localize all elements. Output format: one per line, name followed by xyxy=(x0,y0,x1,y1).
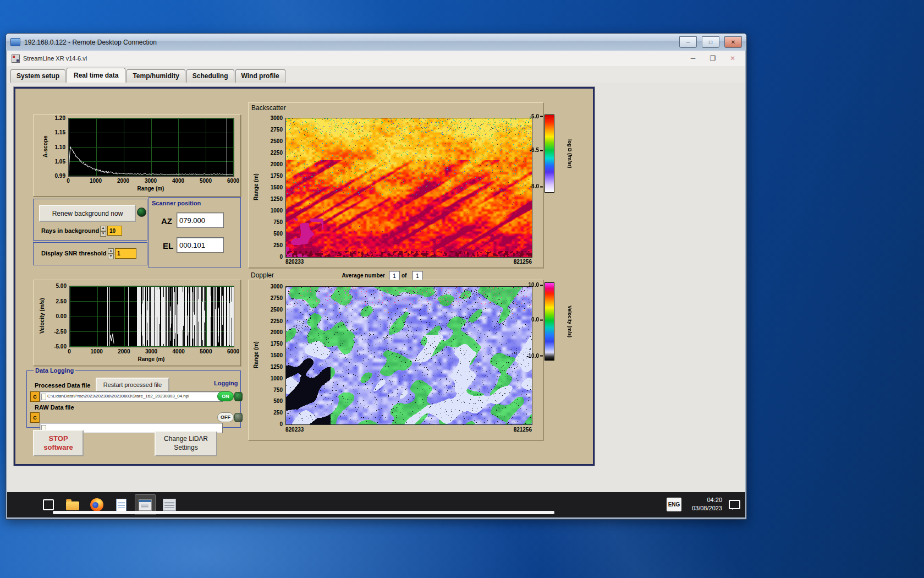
processed-path-field[interactable]: C:\Lidar\Data\Proc\2023\202308\20230803\… xyxy=(40,391,223,402)
data-logging-box: Data Logging Processed Data file Restart… xyxy=(26,370,241,428)
tick-label: 2750 xyxy=(271,295,283,301)
rdp-minimize-button[interactable]: ─ xyxy=(679,36,697,48)
tab-temp-humidity[interactable]: Temp/humidity xyxy=(127,69,185,83)
tick-label: 1000 xyxy=(91,348,103,355)
doppler-title: Doppler xyxy=(251,271,274,279)
renew-background-button[interactable]: Renew background now xyxy=(39,205,136,222)
az-value-field[interactable]: 079.000 xyxy=(177,212,224,228)
average-of-label: of xyxy=(402,272,406,279)
backscatter-heatmap xyxy=(285,118,532,258)
vi-window-icon xyxy=(12,54,20,63)
tick-label: 3000 xyxy=(145,178,157,184)
desktop: { "rdp_window": { "title": "192.168.0.12… xyxy=(0,0,924,578)
tab-real-time-data[interactable]: Real time data xyxy=(67,68,125,83)
raw-toggle-knob[interactable] xyxy=(234,413,243,422)
backscatter-y-ticks: 3000275025002250200017501500125010007505… xyxy=(263,118,284,257)
processed-toggle-knob[interactable] xyxy=(234,392,243,401)
doppler-y-ticks: 3000275025002250200017501500125010007505… xyxy=(263,286,284,424)
task-view-icon xyxy=(43,499,54,510)
action-center-icon[interactable] xyxy=(729,500,740,509)
tick-label: 250 xyxy=(273,410,283,416)
processed-logging-toggle[interactable]: ON xyxy=(217,391,243,401)
rdp-window-icon xyxy=(10,38,20,46)
rdp-client-area: StreamLine XR v14-6.vi ─ ❐ ✕ System setu… xyxy=(7,51,745,517)
tick-label: 1250 xyxy=(271,196,283,202)
app-minimize-button[interactable]: ─ xyxy=(685,53,701,64)
tick-label: 5000 xyxy=(200,348,212,355)
tick-label: 250 xyxy=(273,242,283,248)
rays-value-field[interactable]: 10 xyxy=(107,226,122,236)
app-window-title: StreamLine XR v14-6.vi xyxy=(23,55,681,62)
el-value-field[interactable]: 000.101 xyxy=(177,237,224,253)
doppler-colorbar: 10.00.0-10.0 Velocity (m/s) xyxy=(524,281,586,362)
restart-processed-file-button[interactable]: Restart processed file xyxy=(96,378,169,392)
tick-label: 3000 xyxy=(271,115,283,121)
snr-spinner[interactable]: ▲▼ xyxy=(108,248,114,259)
processed-data-file-label: Processed Data file xyxy=(35,382,91,389)
tick-label: 0.99 xyxy=(55,173,65,179)
doppler-heatmap xyxy=(285,286,532,425)
rays-spinner[interactable]: ▲▼ xyxy=(100,226,106,237)
change-button-line2: Settings xyxy=(174,444,197,452)
app-titlebar[interactable]: StreamLine XR v14-6.vi ─ ❐ ✕ xyxy=(7,51,745,67)
stop-software-button[interactable]: STOP software xyxy=(33,430,84,456)
tick-label: 2500 xyxy=(271,138,283,144)
ascope-plot xyxy=(68,118,234,177)
backscatter-colorbar: -5.0-6.5-8.0 log B (/m/sr) xyxy=(524,113,586,194)
snr-value-field[interactable]: 1 xyxy=(115,248,136,259)
logging-label: Logging xyxy=(214,380,238,386)
taskbar-time: 04:20 xyxy=(686,496,722,504)
velocity-x-ticks: 0100020003000400050006000 xyxy=(69,348,233,355)
tab-system-setup[interactable]: System setup xyxy=(10,69,65,83)
tick-label: 750 xyxy=(273,386,283,392)
app-close-button[interactable]: ✕ xyxy=(724,53,741,64)
backscatter-plot-box: Backscatter Range (m) 300027502500225020… xyxy=(248,102,543,268)
change-button-line1: Change LiDAR xyxy=(164,435,208,444)
tick-label: 2250 xyxy=(271,150,283,156)
raw-logging-toggle[interactable]: OFF xyxy=(217,412,243,422)
raw-drive-button[interactable]: C xyxy=(30,412,40,423)
spin-up-icon[interactable]: ▲ xyxy=(100,226,106,231)
spin-up-icon[interactable]: ▲ xyxy=(108,248,114,254)
tick-label: 0 xyxy=(279,421,283,427)
tab-strip: System setup Real time data Temp/humidit… xyxy=(7,66,745,83)
taskbar-clock[interactable]: 04:20 03/08/2023 xyxy=(686,496,722,512)
tab-wind-profile[interactable]: Wind profile xyxy=(235,69,285,83)
scanner-position-box: Scanner position AZ 079.000 EL 000.101 xyxy=(148,197,241,268)
tick-label: 5.00 xyxy=(56,283,67,289)
tick-label: 0 xyxy=(279,254,283,260)
raw-off-badge: OFF xyxy=(217,412,234,422)
snr-threshold-box: Display SNR threshold ▲▼ 1 xyxy=(33,242,147,265)
tick-label: 500 xyxy=(273,231,283,237)
folder-icon xyxy=(66,501,79,510)
rdp-window-title: 192.168.0.122 - Remote Desktop Connectio… xyxy=(24,39,674,46)
az-label: AZ xyxy=(161,216,172,226)
ascope-y-ticks: 1.201.151.101.050.99 xyxy=(49,118,67,176)
tab-scheduling[interactable]: Scheduling xyxy=(186,69,234,83)
scan-scheduler-icon xyxy=(163,499,176,511)
tick-label: 1250 xyxy=(271,363,283,369)
tick-label: 1500 xyxy=(271,352,283,358)
tick-label: 2000 xyxy=(117,178,129,184)
processed-on-badge: ON xyxy=(217,391,234,401)
velocity-y-ticks: 5.002.500.00-2.50-5.00 xyxy=(48,286,68,346)
language-indicator[interactable]: ENG xyxy=(667,498,681,511)
ascope-y-axis-label: A-scope xyxy=(41,118,49,176)
rays-in-background-label: Rays in background xyxy=(41,227,99,234)
velocity-y-axis-label: Velocity (m/s) xyxy=(38,286,46,346)
tick-label: 2.50 xyxy=(56,298,67,304)
snr-threshold-label: Display SNR threshold xyxy=(41,250,107,257)
rdp-close-button[interactable]: ✕ xyxy=(724,36,742,48)
window-edge-strip xyxy=(53,511,554,514)
spin-down-icon[interactable]: ▼ xyxy=(100,231,106,237)
spin-down-icon[interactable]: ▼ xyxy=(108,254,114,259)
tick-label: 3000 xyxy=(145,348,157,355)
processed-drive-button[interactable]: C xyxy=(30,391,40,402)
tick-label: -2.50 xyxy=(54,328,67,334)
backscatter-colorbar-ticks: -5.0-6.5-8.0 xyxy=(524,114,543,192)
rdp-titlebar[interactable]: 192.168.0.122 - Remote Desktop Connectio… xyxy=(6,34,746,51)
rdp-maximize-button[interactable]: □ xyxy=(702,36,719,48)
app-restore-button[interactable]: ❐ xyxy=(705,53,721,64)
change-lidar-settings-button[interactable]: Change LiDAR Settings xyxy=(155,431,217,456)
velocity-plot xyxy=(69,286,234,347)
